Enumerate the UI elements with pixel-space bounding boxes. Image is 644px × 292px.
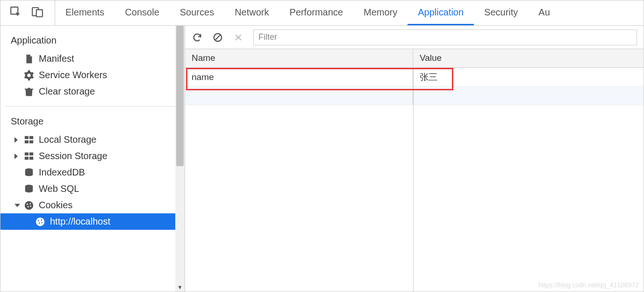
refresh-button[interactable] — [192, 32, 203, 43]
svg-point-13 — [25, 201, 33, 209]
cookies-toolbar — [185, 26, 644, 49]
sidebar-item-label: Web SQL — [39, 183, 79, 194]
sidebar-item-indexeddb[interactable]: IndexedDB — [0, 164, 185, 181]
tab-performance[interactable]: Performance — [279, 0, 354, 25]
application-tree: Manifest Service Workers Clear storage — [0, 51, 185, 100]
sidebar-item-label: Cookies — [39, 200, 72, 211]
sidebar-item-label: IndexedDB — [39, 167, 85, 178]
storage-tree: Local Storage Session Storage IndexedDB … — [0, 131, 185, 230]
cookies-content: Name Value name 张三 — [185, 26, 644, 292]
sidebar-item-label: Service Workers — [39, 70, 107, 80]
sidebar-item-label: Clear storage — [39, 86, 95, 97]
svg-point-22 — [41, 222, 43, 223]
sidebar-divider — [5, 106, 180, 107]
devtools-tabbar: Elements Console Sources Network Perform… — [0, 0, 644, 26]
svg-rect-2 — [36, 9, 43, 16]
delete-selected-button[interactable] — [233, 32, 244, 43]
svg-point-18 — [36, 217, 44, 226]
sidebar-item-cookies[interactable]: Cookies — [0, 197, 185, 213]
tab-elements[interactable]: Elements — [55, 0, 114, 25]
svg-point-19 — [38, 219, 39, 221]
column-header-value[interactable]: Value — [413, 49, 644, 67]
table-row-empty[interactable] — [185, 87, 644, 105]
gear-icon — [24, 70, 34, 80]
section-title-storage: Storage — [0, 113, 185, 131]
sidebar-item-manifest[interactable]: Manifest — [0, 51, 185, 67]
column-divider[interactable] — [413, 68, 414, 292]
cookies-table: Name Value name 张三 — [185, 49, 644, 292]
sidebar-item-service-workers[interactable]: Service Workers — [0, 67, 185, 83]
svg-line-24 — [215, 35, 221, 40]
tab-network[interactable]: Network — [224, 0, 279, 25]
db-icon — [24, 168, 34, 178]
table-body: name 张三 — [185, 68, 644, 105]
svg-point-15 — [29, 203, 31, 204]
tab-audits-truncated[interactable]: Au — [528, 0, 560, 25]
sidebar-item-label: Local Storage — [39, 134, 96, 145]
svg-rect-10 — [29, 156, 33, 159]
table-row[interactable]: name 张三 — [185, 68, 644, 87]
sidebar-item-cookie-origin[interactable]: http://localhost — [0, 213, 185, 230]
trash-icon — [24, 87, 34, 97]
cookie-icon — [35, 217, 45, 227]
table-header: Name Value — [185, 49, 644, 68]
file-icon — [24, 54, 34, 64]
tab-application[interactable]: Application — [408, 0, 474, 25]
clear-all-button[interactable] — [212, 32, 223, 43]
watermark-text: https://blog.csdn.net/qq_41108972 — [538, 281, 639, 289]
cookie-icon — [24, 200, 34, 211]
application-sidebar: Application Manifest Service Workers Cle… — [0, 26, 185, 292]
svg-rect-6 — [29, 140, 33, 143]
inspect-tools — [10, 0, 55, 25]
sidebar-item-local-storage[interactable]: Local Storage — [0, 131, 185, 148]
cell-name — [185, 87, 413, 105]
inspect-element-icon[interactable] — [10, 6, 22, 20]
tab-sources[interactable]: Sources — [170, 0, 224, 25]
tab-memory[interactable]: Memory — [353, 0, 408, 25]
cell-value: 张三 — [413, 68, 644, 86]
grid-icon — [24, 135, 34, 145]
svg-point-14 — [27, 203, 28, 204]
svg-rect-5 — [25, 140, 29, 143]
svg-point-21 — [39, 222, 40, 224]
sidebar-item-label: Manifest — [39, 53, 74, 64]
sidebar-item-label: Session Storage — [39, 151, 107, 161]
devtools-tabs: Elements Console Sources Network Perform… — [55, 0, 560, 25]
svg-point-16 — [28, 206, 29, 207]
column-header-name[interactable]: Name — [185, 49, 413, 67]
scroll-thumb[interactable] — [176, 26, 184, 166]
cell-value — [413, 87, 644, 105]
db-icon — [24, 184, 34, 194]
svg-rect-8 — [29, 152, 33, 155]
svg-rect-4 — [29, 136, 33, 139]
sidebar-item-label: http://localhost — [50, 216, 110, 227]
svg-point-17 — [30, 205, 31, 207]
svg-rect-9 — [25, 156, 29, 159]
section-title-application: Application — [0, 32, 185, 51]
main-area: Application Manifest Service Workers Cle… — [0, 26, 644, 292]
sidebar-item-session-storage[interactable]: Session Storage — [0, 148, 185, 164]
svg-rect-3 — [25, 136, 29, 139]
device-toggle-icon[interactable] — [31, 6, 43, 20]
tab-security[interactable]: Security — [474, 0, 528, 25]
cell-name: name — [185, 68, 413, 86]
sidebar-item-websql[interactable]: Web SQL — [0, 181, 185, 197]
sidebar-scrollbar[interactable]: ▲ ▼ — [175, 26, 185, 292]
svg-point-20 — [41, 219, 42, 220]
tab-console[interactable]: Console — [114, 0, 169, 25]
filter-input[interactable] — [253, 29, 637, 45]
svg-rect-7 — [25, 152, 29, 155]
scroll-down-arrow-icon[interactable]: ▼ — [175, 283, 185, 292]
sidebar-item-clear-storage[interactable]: Clear storage — [0, 83, 185, 100]
grid-icon — [24, 151, 34, 161]
